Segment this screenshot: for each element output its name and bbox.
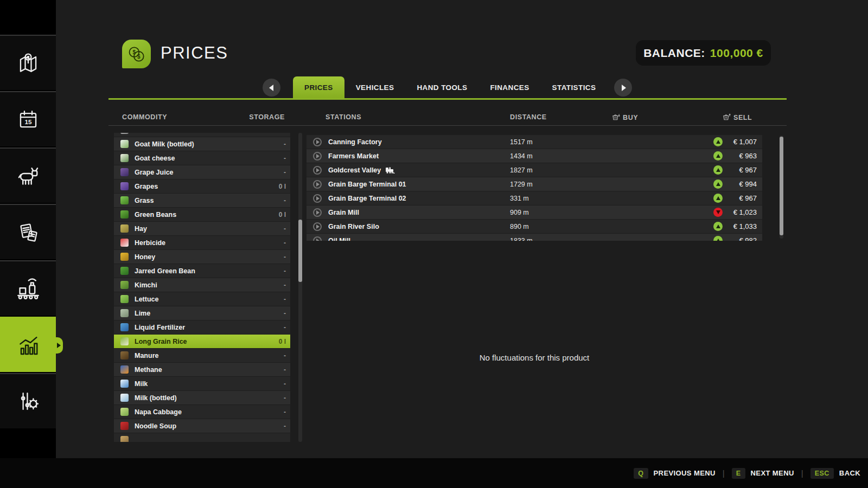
price-trend-icon	[713, 222, 723, 231]
commodity-storage-value: -	[284, 239, 286, 247]
commodity-row[interactable]: Long Grain Rice 0 l	[114, 335, 290, 348]
price-trend-icon	[713, 137, 723, 146]
commodity-name: Milk (bottled)	[135, 394, 177, 402]
station-marker-icon	[313, 222, 322, 231]
station-distance: 1517 m	[510, 138, 533, 146]
station-marker-icon	[313, 166, 322, 175]
sidebar-item-settings[interactable]	[0, 373, 56, 428]
station-row[interactable]: Goldcrest Valley 1827 m € 967	[307, 163, 762, 177]
tab-bar: PRICES VEHICLES HAND TOOLS FINANCES STAT…	[293, 76, 607, 99]
sidebar-item-production[interactable]	[0, 260, 56, 316]
station-row[interactable]: Farmers Market 1434 m € 963	[307, 149, 762, 163]
commodity-storage-value: -	[284, 310, 286, 317]
commodity-icon	[120, 309, 129, 317]
station-row[interactable]: Canning Factory 1517 m € 1,007	[307, 135, 762, 149]
commodity-row[interactable]	[114, 133, 290, 137]
commodity-row[interactable]: Kimchi -	[114, 278, 290, 292]
commodity-icon	[120, 323, 129, 331]
stations-scrollbar-thumb[interactable]	[780, 137, 783, 235]
commodity-scrollbar[interactable]	[298, 133, 302, 442]
tabs-prev-button[interactable]	[263, 79, 280, 97]
tab[interactable]: PRICES	[293, 76, 344, 99]
tabs-next-button[interactable]	[614, 79, 632, 97]
sidebar-item-calendar[interactable]: 15	[0, 91, 56, 146]
commodity-icon	[120, 436, 129, 442]
commodity-row[interactable]: Goat Milk (bottled) -	[114, 137, 290, 151]
commodity-row[interactable]: Napa Cabbage -	[114, 405, 290, 419]
contracts-icon	[15, 219, 42, 246]
svg-text:$: $	[132, 49, 136, 55]
station-marker-icon	[313, 152, 322, 160]
commodity-name: Honey	[135, 253, 155, 261]
commodity-icon	[120, 239, 129, 247]
commodity-row[interactable]: Methane -	[114, 363, 290, 376]
commodity-icon	[120, 154, 129, 162]
tab[interactable]: HAND TOOLS	[405, 76, 478, 99]
key-q: Q	[634, 468, 648, 479]
commodity-row[interactable]: Manure -	[114, 349, 290, 362]
station-row[interactable]: Oil Mill 1833 m € 982	[307, 234, 762, 241]
tab[interactable]: FINANCES	[478, 76, 540, 99]
commodity-storage-value: -	[284, 394, 286, 402]
station-name: Grain River Silo	[328, 223, 379, 230]
station-distance: 890 m	[510, 223, 529, 230]
station-marker-icon	[313, 194, 322, 203]
sidebar-item-animals[interactable]	[0, 147, 56, 203]
station-sell-price-group: € 967	[713, 194, 757, 203]
commodity-row[interactable]: Grapes 0 l	[114, 179, 290, 193]
commodity-row[interactable]: Liquid Fertilizer -	[114, 320, 290, 334]
commodity-storage-value: -	[284, 140, 286, 148]
production-icon	[14, 274, 42, 303]
price-trend-icon	[713, 179, 723, 189]
station-row[interactable]: Grain Mill 909 m € 1,023	[307, 206, 762, 219]
commodity-row[interactable]	[114, 433, 290, 442]
commodity-row[interactable]: Milk (bottled) -	[114, 391, 290, 404]
station-sell-price: € 994	[729, 180, 757, 188]
station-row[interactable]: Grain Barge Terminal 01 1729 m € 994	[307, 177, 762, 191]
commodity-row[interactable]: Herbicide -	[114, 236, 290, 249]
col-sell: SELL	[723, 113, 752, 121]
commodity-storage-value: 0 l	[279, 183, 286, 190]
commodity-name: Grass	[135, 197, 154, 204]
station-row[interactable]: Grain River Silo 890 m € 1,033	[307, 220, 762, 233]
key-esc: ESC	[810, 468, 834, 479]
calendar-icon: 15	[15, 106, 42, 133]
commodity-icon	[120, 351, 129, 359]
balance-display: BALANCE: 100,000 €	[636, 40, 771, 66]
commodity-row[interactable]: Lettuce -	[114, 292, 290, 306]
commodity-row[interactable]: Milk -	[114, 377, 290, 390]
commodity-row[interactable]: Green Beans 0 l	[114, 208, 290, 221]
commodity-icon	[120, 133, 129, 134]
sidebar-item-map[interactable]	[0, 35, 56, 90]
hint-back[interactable]: ESC BACK	[810, 468, 860, 479]
tab[interactable]: VEHICLES	[344, 76, 406, 99]
commodity-row[interactable]: Jarred Green Bean -	[114, 264, 290, 278]
commodity-storage-value: -	[284, 281, 286, 289]
commodity-row[interactable]: Grape Juice -	[114, 165, 290, 179]
hint-previous-menu[interactable]: Q PREVIOUS MENU	[634, 468, 716, 479]
sidebar-item-contracts[interactable]	[0, 204, 56, 259]
commodity-row[interactable]: Noodle Soup -	[114, 419, 290, 433]
hint-next-menu[interactable]: E NEXT MENU	[732, 468, 794, 479]
commodity-row[interactable]: Goat cheese -	[114, 151, 290, 165]
station-sell-price: € 963	[729, 152, 757, 160]
sidebar-item-prices[interactable]	[0, 317, 56, 372]
col-commodity: COMMODITY	[122, 113, 167, 121]
station-distance: 1434 m	[510, 152, 533, 160]
station-name: Grain Barge Terminal 01	[328, 181, 406, 188]
balance-value: 100,000 €	[710, 47, 763, 60]
stations-scrollbar[interactable]	[780, 136, 783, 239]
svg-text:15: 15	[24, 118, 32, 125]
commodity-scrollbar-thumb[interactable]	[298, 220, 302, 282]
station-row[interactable]: Grain Barge Terminal 02 331 m € 967	[307, 191, 762, 205]
commodity-storage-value: -	[284, 296, 286, 303]
commodity-row[interactable]: Hay -	[114, 222, 290, 235]
commodity-row[interactable]: Lime -	[114, 306, 290, 320]
commodity-icon	[120, 182, 129, 190]
tab[interactable]: STATISTICS	[541, 76, 608, 99]
commodity-icon	[120, 295, 129, 303]
commodity-row[interactable]: Honey -	[114, 250, 290, 264]
commodity-row[interactable]: Grass -	[114, 194, 290, 207]
col-distance: DISTANCE	[510, 113, 547, 121]
station-distance: 331 m	[510, 195, 529, 202]
